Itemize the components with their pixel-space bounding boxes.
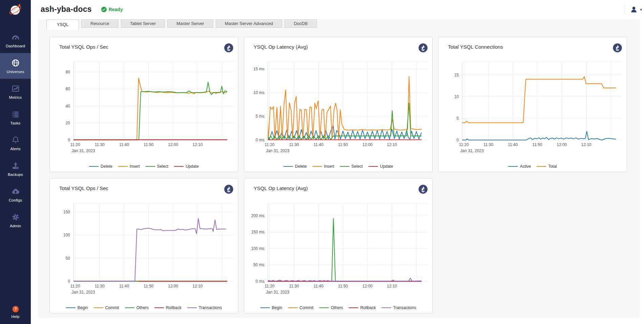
legend-item-begin[interactable]: Begin [66, 305, 88, 310]
tab-master-server[interactable]: Master Server [167, 19, 213, 28]
legend-swatch [537, 166, 546, 167]
sidebar-item-label: Tasks [10, 121, 21, 125]
svg-text:150: 150 [63, 210, 70, 214]
legend-item-commit[interactable]: Commit [288, 305, 314, 310]
legend-item-others[interactable]: Others [319, 305, 343, 310]
user-menu[interactable]: ▾ [625, 3, 642, 16]
legend-swatch [313, 166, 322, 167]
svg-text:20: 20 [66, 121, 70, 125]
charts-grid: Total YSQL Ops / Sec02040608011:2011:301… [49, 37, 627, 314]
svg-text:11:20: 11:20 [459, 142, 469, 147]
tab-docdb[interactable]: DocDB [284, 19, 317, 28]
svg-text:15 ms: 15 ms [253, 67, 264, 71]
svg-text:11:50: 11:50 [144, 284, 153, 288]
legend-item-rollback[interactable]: Rollback [349, 305, 376, 310]
svg-text:Jan 31, 2023: Jan 31, 2023 [71, 290, 95, 295]
sidebar-item-alerts[interactable]: Alerts [0, 130, 31, 156]
prometheus-metrics-icon[interactable] [613, 43, 622, 53]
legend-label: Select [351, 164, 363, 169]
tab-ysql[interactable]: YSQL [46, 19, 79, 30]
legend-item-update[interactable]: Update [368, 164, 393, 169]
sidebar-item-label: Universes [6, 70, 24, 74]
svg-text:10: 10 [454, 94, 459, 99]
sidebar-item-label: Metrics [9, 95, 22, 99]
tab-tablet-server[interactable]: Tablet Server [121, 19, 165, 28]
svg-text:150 ms: 150 ms [251, 230, 264, 234]
svg-text:11:30: 11:30 [95, 142, 105, 147]
prometheus-metrics-icon[interactable] [418, 184, 428, 194]
sidebar-item-metrics[interactable]: Metrics [0, 79, 31, 105]
legend-swatch [94, 307, 103, 308]
sidebar-item-help[interactable]: ?Help [0, 302, 31, 322]
chart-panel-0: Total YSQL Ops / Sec02040608011:2011:301… [49, 37, 238, 172]
legend-swatch [118, 166, 128, 167]
sidebar-nav: DashboardUniversesMetricsTasksAlertsBack… [0, 27, 31, 233]
legend-item-transactions[interactable]: Transactions [382, 305, 416, 310]
svg-text:11:30: 11:30 [484, 142, 493, 147]
chart-title: Total YSQL Ops / Sec [59, 185, 108, 191]
legend-swatch [340, 166, 349, 167]
svg-text:12:10: 12:10 [193, 142, 203, 147]
legend-item-insert[interactable]: Insert [118, 164, 140, 169]
legend-item-update[interactable]: Update [174, 164, 199, 169]
legend-label: Update [186, 164, 199, 169]
dashboard-icon [11, 33, 20, 42]
svg-text:12:10: 12:10 [581, 142, 592, 147]
legend-swatch [349, 307, 358, 308]
svg-text:100: 100 [63, 233, 70, 237]
svg-text:40: 40 [66, 104, 70, 109]
sidebar-item-tasks[interactable]: Tasks [0, 105, 31, 130]
legend-swatch [66, 307, 76, 308]
legend-label: Transactions [199, 305, 222, 310]
svg-text:0: 0 [68, 279, 70, 284]
legend-swatch [319, 307, 329, 308]
status-badge: Ready [101, 7, 123, 12]
sidebar-item-dashboard[interactable]: Dashboard [0, 27, 31, 53]
legend-swatch [260, 307, 270, 308]
sidebar-item-configs[interactable]: Configs [0, 182, 31, 207]
sidebar-item-admin[interactable]: Admin [0, 207, 31, 233]
svg-text:11:50: 11:50 [144, 142, 153, 147]
legend-item-transactions[interactable]: Transactions [187, 305, 222, 310]
legend-item-delete[interactable]: Delete [89, 164, 112, 169]
legend-item-rollback[interactable]: Rollback [154, 305, 181, 310]
legend-item-total[interactable]: Total [537, 164, 557, 169]
legend-item-begin[interactable]: Begin [260, 305, 282, 310]
legend-swatch [288, 307, 298, 308]
legend-item-active[interactable]: Active [508, 164, 531, 169]
svg-text:11:40: 11:40 [119, 142, 129, 147]
sidebar-item-universes[interactable]: Universes [0, 53, 31, 79]
svg-text:12:00: 12:00 [168, 284, 178, 288]
legend-item-select[interactable]: Select [340, 164, 363, 169]
sidebar-item-label: Admin [10, 224, 21, 228]
svg-text:11:20: 11:20 [264, 142, 274, 147]
legend-swatch [174, 166, 184, 167]
legend-label: Others [331, 305, 343, 310]
legend-item-others[interactable]: Others [125, 305, 149, 310]
legend-label: Begin [272, 305, 282, 310]
legend-item-insert[interactable]: Insert [313, 164, 334, 169]
tab-resource[interactable]: Resource [81, 19, 119, 28]
backups-upload-icon [11, 161, 20, 170]
legend-item-commit[interactable]: Commit [94, 305, 119, 310]
user-icon [630, 5, 638, 14]
legend-label: Active [520, 164, 531, 169]
universe-title: ash-yba-docs [41, 5, 92, 14]
svg-text:12:00: 12:00 [168, 142, 178, 147]
svg-text:11:40: 11:40 [508, 142, 518, 147]
svg-text:11:20: 11:20 [70, 142, 80, 147]
legend-label: Begin [78, 305, 88, 310]
prometheus-metrics-icon[interactable] [224, 184, 234, 194]
legend-label: Total [548, 164, 557, 169]
legend-label: Commit [300, 305, 314, 310]
yugabyte-logo[interactable] [0, 0, 31, 19]
prometheus-metrics-icon[interactable] [418, 43, 428, 53]
legend-item-select[interactable]: Select [146, 164, 168, 169]
legend-item-delete[interactable]: Delete [283, 164, 307, 169]
prometheus-metrics-icon[interactable] [224, 43, 234, 53]
tab-master-server-advanced[interactable]: Master Server Advanced [216, 19, 282, 28]
legend-label: Delete [295, 164, 307, 169]
legend-swatch [508, 166, 518, 167]
sidebar-item-backups[interactable]: Backups [0, 156, 31, 182]
svg-text:0 ms: 0 ms [256, 279, 264, 284]
